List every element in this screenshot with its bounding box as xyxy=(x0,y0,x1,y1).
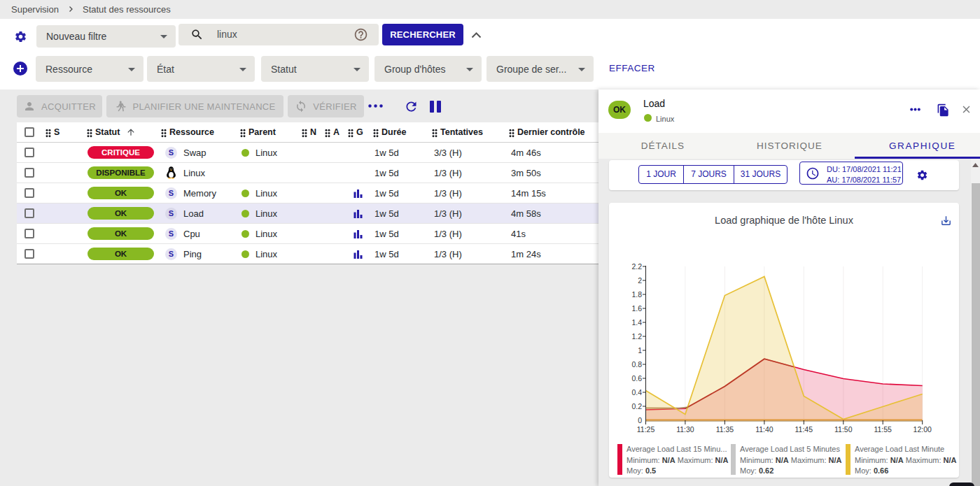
svg-text:11:40: 11:40 xyxy=(755,425,774,434)
svg-text:11:25: 11:25 xyxy=(637,425,655,434)
svg-text:1.2: 1.2 xyxy=(631,332,642,341)
svg-text:11:35: 11:35 xyxy=(716,425,734,434)
svg-text:1: 1 xyxy=(638,346,642,355)
svg-text:2: 2 xyxy=(638,276,642,285)
svg-text:11:45: 11:45 xyxy=(795,425,813,434)
svg-text:1.8: 1.8 xyxy=(631,290,642,299)
svg-text:1.4: 1.4 xyxy=(631,318,642,327)
svg-text:0.2: 0.2 xyxy=(631,402,642,410)
svg-text:11:30: 11:30 xyxy=(676,425,694,434)
svg-text:2.2: 2.2 xyxy=(631,262,642,271)
svg-text:12:00: 12:00 xyxy=(913,425,932,434)
svg-text:11:50: 11:50 xyxy=(834,425,853,434)
svg-text:1.6: 1.6 xyxy=(631,304,642,313)
svg-text:0.8: 0.8 xyxy=(631,360,642,369)
svg-text:11:55: 11:55 xyxy=(874,425,892,434)
svg-text:0.6: 0.6 xyxy=(631,374,642,383)
svg-text:0: 0 xyxy=(638,416,642,424)
svg-text:0.4: 0.4 xyxy=(631,388,642,396)
